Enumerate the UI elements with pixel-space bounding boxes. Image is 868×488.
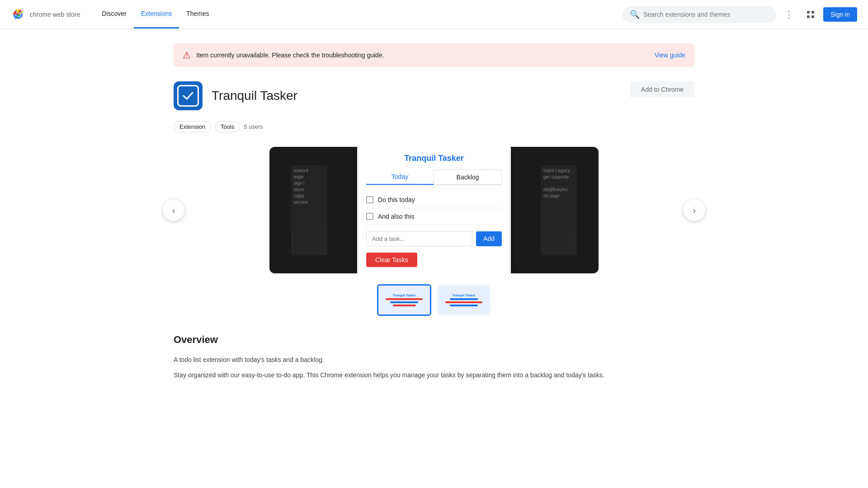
apps-button[interactable] <box>802 5 820 23</box>
checkmark-icon <box>181 89 195 103</box>
thumbnail-2[interactable]: Tranquil Tasker <box>437 284 491 316</box>
warning-icon: ⚠ <box>183 50 191 61</box>
header-right: 🔍 ⋮ Sign in <box>623 5 857 23</box>
nav-extensions[interactable]: Extensions <box>134 0 179 28</box>
task-label-1: Do this today <box>378 196 415 203</box>
nav-discover[interactable]: Discover <box>94 0 133 28</box>
users-count: 5 users <box>244 123 263 130</box>
overview-text-2: Stay organized with our easy-to-use to-d… <box>174 370 694 380</box>
add-task-input[interactable] <box>366 231 472 246</box>
extension-icon-inner <box>177 85 199 107</box>
header: chrome web store Discover Extensions The… <box>0 0 868 29</box>
svg-rect-4 <box>811 11 814 14</box>
add-task-button[interactable]: Add <box>476 231 502 246</box>
alert-message: Item currently unavailable. Please check… <box>196 52 649 59</box>
alert-banner: ⚠ Item currently unavailable. Please che… <box>174 43 694 67</box>
carousel-thumbnails: Tranquil Tasker Tranquil Tasker <box>174 284 694 316</box>
extension-name: Tranquil Tasker <box>212 89 297 103</box>
clear-tasks-button[interactable]: Clear Tasks <box>366 253 417 267</box>
more-options-button[interactable]: ⋮ <box>780 5 798 23</box>
tab-backlog[interactable]: Backlog <box>434 169 502 185</box>
svg-rect-6 <box>811 15 814 18</box>
app-tabs: Today Backlog <box>366 169 502 185</box>
extension-tags: Extension Tools 5 users <box>174 121 694 132</box>
overview-section: Overview A todo list extension with toda… <box>174 334 694 380</box>
svg-rect-5 <box>807 15 810 18</box>
carousel-right-panel: istant Legacyger supportedddjlbokphond p… <box>541 165 577 255</box>
carousel-prev-button[interactable]: ‹ <box>163 199 184 221</box>
carousel-next-button[interactable]: › <box>684 199 705 221</box>
sign-in-button[interactable]: Sign in <box>823 7 857 22</box>
view-guide-link[interactable]: View guide <box>655 52 685 59</box>
carousel-main: sswordexpesign istorecdjipiservice Tranq… <box>269 147 599 273</box>
thumb-bar3-1 <box>393 305 416 306</box>
thumb-bar-2 <box>445 301 482 303</box>
overview-text-1: A todo list extension with today's tasks… <box>174 355 694 365</box>
tab-today[interactable]: Today <box>366 169 434 185</box>
thumb-bar2-3 <box>450 305 477 306</box>
app-preview-title: Tranquil Tasker <box>366 154 502 163</box>
main-nav: Discover Extensions Themes <box>94 0 217 28</box>
carousel: ‹ sswordexpesign istorecdjipiservice Tra… <box>174 147 694 273</box>
search-input[interactable] <box>643 11 769 18</box>
task-item-2: And also this <box>366 208 502 225</box>
extension-title-row: Tranquil Tasker <box>174 81 297 110</box>
side-panel-left-text: sswordexpesign istorecdjipiservice <box>291 165 327 208</box>
search-box[interactable]: 🔍 <box>623 6 776 23</box>
overview-title: Overview <box>174 334 694 346</box>
thumbnail-1[interactable]: Tranquil Tasker <box>377 284 431 316</box>
extension-icon <box>174 81 203 110</box>
side-panel-right-text: istant Legacyger supportedddjlbokphond p… <box>541 165 577 202</box>
main-content: ⚠ Item currently unavailable. Please che… <box>163 29 705 400</box>
chrome-logo-icon <box>11 7 25 22</box>
extension-header: Tranquil Tasker Add to Chrome <box>174 81 694 110</box>
tag-extension[interactable]: Extension <box>174 121 211 132</box>
svg-rect-3 <box>807 11 810 14</box>
add-to-chrome-button[interactable]: Add to Chrome <box>630 81 694 98</box>
grid-icon <box>806 10 815 19</box>
tag-tools[interactable]: Tools <box>215 121 240 132</box>
add-task-row: Add <box>366 231 502 246</box>
nav-themes[interactable]: Themes <box>179 0 217 28</box>
store-title: chrome web store <box>30 11 80 18</box>
search-icon: 🔍 <box>630 9 640 19</box>
app-preview-card: Tranquil Tasker Today Backlog Do this to… <box>357 147 511 273</box>
logo-link[interactable]: chrome web store <box>11 7 80 22</box>
carousel-left-panel: sswordexpesign istorecdjipiservice <box>291 165 327 255</box>
thumb-bar2-2 <box>450 298 477 300</box>
thumbnail-1-inner: Tranquil Tasker <box>378 286 430 314</box>
thumbnail-2-inner: Tranquil Tasker <box>438 286 490 314</box>
thumb-bar2-1 <box>390 301 418 303</box>
thumb-bar-1 <box>386 298 423 300</box>
task-item-1: Do this today <box>366 192 502 208</box>
task-checkbox-1[interactable] <box>366 196 373 203</box>
task-label-2: And also this <box>378 213 414 220</box>
thumb-title-2: Tranquil Tasker <box>452 294 475 297</box>
task-checkbox-2[interactable] <box>366 213 373 220</box>
thumb-title-1: Tranquil Tasker <box>392 294 415 297</box>
